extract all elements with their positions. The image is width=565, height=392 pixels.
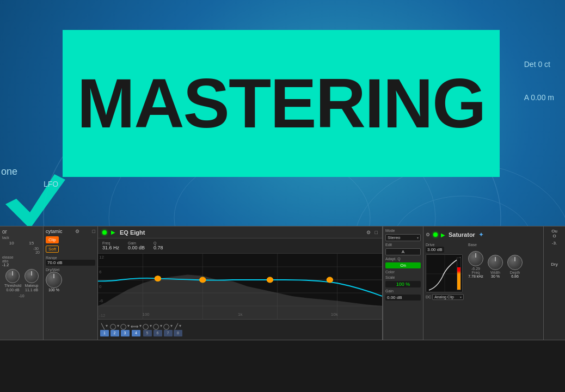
band3-filter-icon[interactable]: ◯ (120, 323, 126, 329)
soft-button[interactable]: Soft (46, 246, 59, 253)
depth-knob-value: 6.86 (511, 274, 519, 278)
band3-filter-down[interactable]: ▾ (127, 323, 130, 329)
sat-power-led[interactable] (433, 232, 438, 237)
comp-ratio-value: -1.2 (2, 263, 41, 267)
sat-title: Saturator (449, 231, 475, 238)
band6-filter-icon[interactable]: ◯ (153, 323, 159, 329)
eq-freq-value[interactable]: 31.6 Hz (102, 245, 119, 250)
eq-gain-param: Gain 0.00 dB (128, 241, 145, 250)
clip-button[interactable]: Clip (46, 236, 59, 243)
range-value: 70.0 dB (46, 260, 95, 266)
eq-collapse-icon[interactable]: □ (375, 230, 378, 235)
band4-filter-down[interactable]: ▾ (139, 323, 142, 329)
eq-panel: ▶ EQ Eight ⚙ □ Freq 31.6 Hz Gain 0.00 dB… (98, 226, 383, 340)
o-partial-label: O (552, 234, 556, 238)
band5-filter-icon[interactable]: ◯ (143, 323, 149, 329)
out-partial-label: Ou (551, 229, 557, 234)
eq-power-led[interactable] (102, 230, 107, 235)
band2-filter-icon[interactable]: ◯ (110, 323, 116, 329)
band1-filter-down[interactable]: ▾ (106, 323, 108, 329)
threshold-knob[interactable] (5, 269, 20, 283)
band4-number[interactable]: 4 (135, 331, 137, 335)
eq-mode-panel: Mode Stereo ▾ Edit A Adapt. Q On Color S… (383, 226, 423, 340)
eq-gain-label: Gain (128, 241, 145, 245)
cytamic-icon2[interactable]: □ (93, 229, 95, 234)
band5-number[interactable]: 5 (146, 331, 149, 335)
edit-value[interactable]: A (385, 248, 421, 255)
band5-filter-down[interactable]: ▾ (150, 323, 152, 329)
band7-filter-icon[interactable]: ◯ (163, 323, 169, 329)
threshold-value: 0.00 dB (6, 288, 19, 292)
freq-knob-value: -6.29 (471, 267, 480, 271)
mode-dropdown[interactable]: Stereo ▾ (385, 234, 421, 241)
one-label: one (1, 166, 17, 177)
eq-display: 12 6 0 -6 -12 (98, 254, 382, 319)
depth-knob[interactable] (507, 255, 523, 270)
plugin-rack: or tack 1015 -30 20 elease atio -1.2 Thr… (0, 226, 565, 340)
saturator-panel: ⚙ ▶ Saturator ✦ Drive 3.00 dB (423, 226, 543, 340)
eq-power-icon[interactable]: ▶ (111, 229, 115, 235)
vu-bar (457, 267, 460, 290)
width-knob[interactable] (488, 255, 503, 270)
sat-curve-display (426, 254, 463, 292)
band7-filter-down[interactable]: ▾ (170, 323, 173, 329)
makeup-knob[interactable] (24, 269, 39, 283)
comp-title: or (2, 229, 41, 235)
eq-freq-labels: 100 1k 10k (98, 312, 382, 317)
comp-numbers: 1015 (2, 240, 41, 247)
band7-number[interactable]: 7 (167, 331, 169, 335)
top-right-labels: Det 0 ct A 0.00 m (524, 60, 554, 126)
band1-number[interactable]: 1 (103, 331, 106, 335)
analog-clip-dropdown[interactable]: Analog Clip ▾ (432, 294, 464, 300)
mastering-title: MASTERING (77, 69, 486, 138)
eq-q-param: Q 0.78 (153, 241, 163, 250)
cytamic-icon1[interactable]: ⚙ (75, 229, 79, 234)
eq-node-1 (155, 276, 161, 281)
comp-num-30: -30 (2, 247, 41, 250)
band4-filter-icon[interactable]: ⟺ (131, 323, 138, 329)
band3-number[interactable]: 3 (124, 331, 126, 335)
band2-number[interactable]: 2 (114, 331, 116, 335)
band6-filter-down[interactable]: ▾ (160, 323, 162, 329)
band8-number[interactable]: 8 (177, 331, 179, 335)
a-label: A 0.00 m (524, 93, 554, 102)
drywet-label: Dry/Wet (46, 268, 62, 272)
right-panel-partial: Ou O -3. Dry (543, 226, 565, 340)
drywet-value: 100 % (46, 288, 62, 292)
adapt-q-label: Adapt. Q (385, 257, 421, 261)
band1-filter-icon[interactable]: ╲ (101, 323, 105, 329)
comp-num-20: 20 (2, 250, 41, 254)
freq-knob-label: Freq (472, 271, 480, 274)
eq-controls-row: ╲ ▾ 1 ◯ ▾ 2 (98, 319, 382, 340)
depth-knob-label: Depth (510, 271, 520, 274)
width-knob-value: 30 % (491, 274, 500, 278)
sat-power-icon[interactable]: ▶ (441, 232, 445, 238)
sat-display: Drive 3.00 dB (426, 243, 541, 338)
eq-gain-value[interactable]: 0.00 dB (128, 245, 145, 250)
det-label: Det 0 ct (524, 60, 554, 69)
comp-ratio-label: atio (2, 259, 41, 263)
eq-q-value[interactable]: 0.78 (153, 245, 163, 250)
adapt-q-button[interactable]: On (385, 262, 421, 268)
range-label: Range (46, 256, 95, 260)
band8-filter-icon[interactable]: ╱ (175, 323, 178, 329)
scale-label: Scale (385, 275, 421, 279)
eq-gain-mode-value: 0.00 dB (385, 295, 421, 301)
sat-settings-icon[interactable]: ⚙ (426, 232, 430, 237)
scale-value[interactable]: 100 % (385, 281, 421, 287)
edit-label: Edit (385, 243, 421, 247)
eq-settings-icon[interactable]: ⚙ (366, 230, 371, 235)
comp-stack-label: tack (2, 236, 41, 240)
band2-filter-down[interactable]: ▾ (117, 323, 119, 329)
mode-label: Mode (385, 229, 421, 232)
eq-q-label: Q (153, 241, 163, 245)
drywet-knob[interactable] (46, 272, 62, 288)
makeup-label: Makeup (25, 284, 39, 287)
band6-number[interactable]: 6 (157, 331, 159, 335)
compressor-panel: or tack 1015 -30 20 elease atio -1.2 Thr… (0, 226, 44, 340)
drive-value: 3.00 dB (426, 247, 444, 253)
dc-label: DC (426, 295, 431, 299)
freq-knob[interactable] (468, 251, 483, 266)
band8-filter-down[interactable]: ▾ (179, 323, 181, 329)
comp-elease-label: elease (2, 255, 41, 259)
